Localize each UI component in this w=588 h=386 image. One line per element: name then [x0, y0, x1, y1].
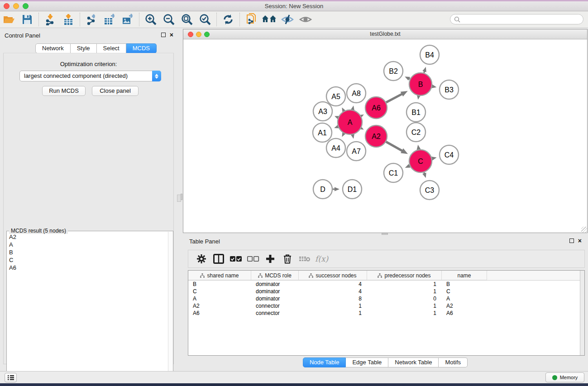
tab-motifs[interactable]: Motifs — [439, 357, 468, 367]
run-mcds-button[interactable]: Run MCDS — [42, 86, 86, 96]
maximize-network-button[interactable] — [204, 32, 210, 37]
window-resize-grip[interactable] — [581, 227, 587, 233]
table-cell[interactable]: 1 — [367, 310, 442, 317]
home-view-button[interactable] — [260, 12, 278, 27]
column-layout-button[interactable] — [210, 252, 227, 266]
deselect-all-rows-button[interactable] — [244, 252, 262, 266]
zoom-out-button[interactable] — [160, 12, 178, 27]
graph-node-B2[interactable]: B2 — [384, 62, 403, 81]
graph-node-A1[interactable]: A1 — [313, 123, 332, 142]
graph-node-C4[interactable]: C4 — [440, 145, 459, 164]
column-header-predecessor-nodes[interactable]: predecessor nodes — [367, 271, 442, 280]
table-cell[interactable]: A2 — [188, 302, 251, 310]
table-cell[interactable]: 4 — [299, 288, 367, 295]
edge-A2-C[interactable] — [386, 142, 403, 151]
result-list-item[interactable]: A2 — [7, 233, 168, 241]
minimize-window-button[interactable] — [13, 3, 19, 9]
graph-node-B1[interactable]: B1 — [406, 103, 425, 122]
table-cell[interactable]: dominator — [251, 295, 299, 302]
tab-mcds[interactable]: MCDS — [126, 43, 157, 53]
import-network-button[interactable] — [41, 12, 59, 27]
show-graphics-button[interactable] — [296, 12, 315, 27]
minimize-network-button[interactable] — [196, 32, 201, 37]
network-graph[interactable]: B4B2BB3A5A8A6A3B1AA1C2A2A4A7C4CC1C3DD1 — [184, 40, 587, 233]
refresh-layout-button[interactable] — [219, 12, 237, 27]
table-row[interactable]: Bdominator41B — [188, 281, 584, 288]
export-table-button[interactable] — [100, 12, 119, 27]
export-network-button[interactable] — [82, 12, 100, 27]
column-header-shared-name[interactable]: shared name — [188, 271, 251, 280]
add-column-button[interactable] — [262, 252, 279, 266]
table-cell[interactable]: 4 — [299, 281, 367, 288]
graph-node-A3[interactable]: A3 — [313, 102, 332, 121]
node-table[interactable]: shared nameMCDS rolesuccessor nodesprede… — [188, 270, 585, 356]
tab-edge-table[interactable]: Edge Table — [346, 357, 388, 367]
tab-network-table[interactable]: Network Table — [388, 357, 439, 367]
table-cell[interactable]: B — [442, 281, 487, 288]
table-row[interactable]: A2connector11A2 — [188, 302, 584, 310]
tab-select[interactable]: Select — [97, 43, 126, 53]
result-list-item[interactable]: C — [7, 256, 168, 264]
graph-node-A5[interactable]: A5 — [326, 87, 345, 106]
maximize-window-button[interactable] — [23, 3, 29, 9]
table-cell[interactable]: A — [442, 295, 487, 302]
zoom-selected-button[interactable] — [196, 12, 214, 27]
result-list-scrollbar[interactable] — [168, 232, 172, 386]
criterion-dropdown[interactable]: largest connected component (directed) — [19, 71, 161, 81]
graph-node-A7[interactable]: A7 — [347, 142, 366, 161]
graph-node-C3[interactable]: C3 — [420, 181, 439, 200]
table-cell[interactable]: 1 — [299, 302, 367, 310]
hide-graphics-button[interactable] — [278, 12, 296, 27]
search-box[interactable] — [450, 14, 583, 24]
table-cell[interactable]: A6 — [188, 310, 251, 317]
network-window-titlebar[interactable]: testGlobe.txt — [183, 29, 587, 39]
table-row[interactable]: Cdominator41C — [188, 288, 584, 295]
graph-node-C[interactable]: C — [409, 150, 432, 172]
table-cell[interactable]: C — [188, 288, 251, 295]
search-input[interactable] — [463, 16, 579, 23]
close-table-panel-icon[interactable]: × — [578, 238, 582, 243]
float-panel-icon[interactable] — [161, 33, 166, 37]
delete-column-button[interactable] — [279, 252, 296, 266]
column-header-name[interactable]: name — [442, 271, 487, 280]
graph-node-D1[interactable]: D1 — [343, 180, 362, 199]
import-table-button[interactable] — [59, 12, 77, 27]
table-cell[interactable]: A — [188, 295, 251, 302]
graph-node-B3[interactable]: B3 — [440, 80, 459, 99]
graph-node-B[interactable]: B — [409, 73, 432, 95]
tab-node-table[interactable]: Node Table — [303, 357, 346, 367]
function-builder-button[interactable]: f(x) — [315, 254, 328, 263]
mcds-result-list[interactable]: A2ABCA6 — [7, 233, 168, 386]
table-settings-button[interactable] — [193, 252, 210, 266]
task-history-button[interactable] — [5, 373, 17, 382]
graph-node-C1[interactable]: C1 — [384, 163, 403, 182]
table-cell[interactable]: A2 — [442, 302, 487, 310]
result-list-item[interactable]: A6 — [7, 264, 168, 272]
table-cell[interactable]: A6 — [442, 310, 487, 317]
close-network-button[interactable] — [188, 32, 193, 37]
close-panel-icon[interactable]: × — [170, 33, 173, 37]
graph-node-B4[interactable]: B4 — [420, 45, 439, 64]
delete-table-button[interactable] — [296, 252, 313, 266]
table-cell[interactable]: 8 — [299, 295, 367, 302]
table-cell[interactable]: 1 — [367, 302, 442, 310]
table-cell[interactable]: 1 — [299, 310, 367, 317]
open-session-button[interactable] — [0, 12, 18, 27]
table-cell[interactable]: 0 — [367, 295, 442, 302]
float-table-panel-icon[interactable] — [569, 238, 574, 243]
graph-node-A[interactable]: A — [338, 110, 362, 134]
edge-A6-B[interactable] — [386, 94, 402, 102]
table-cell[interactable]: 1 — [367, 288, 442, 295]
zoom-fit-button[interactable] — [178, 12, 196, 27]
tab-network[interactable]: Network — [35, 43, 71, 53]
export-image-button[interactable] — [119, 12, 137, 27]
graph-node-A6[interactable]: A6 — [365, 97, 387, 119]
tab-style[interactable]: Style — [71, 43, 97, 53]
graph-node-C2[interactable]: C2 — [406, 123, 425, 142]
network-canvas[interactable]: B4B2BB3A5A8A6A3B1AA1C2A2A4A7C4CC1C3DD1 — [184, 40, 587, 233]
table-cell[interactable]: dominator — [251, 281, 299, 288]
memory-button[interactable]: Memory — [545, 372, 584, 382]
result-list-item[interactable]: A — [7, 241, 168, 248]
table-cell[interactable]: C — [442, 288, 487, 295]
table-cell[interactable]: B — [188, 281, 251, 288]
